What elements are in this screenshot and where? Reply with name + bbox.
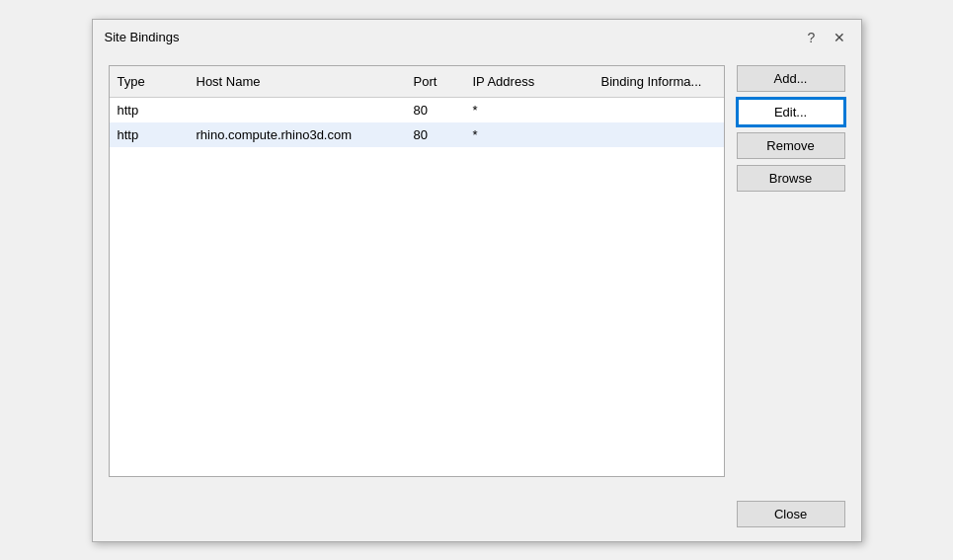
table-row[interactable]: http 80 * — [110, 98, 724, 122]
col-header-port: Port — [406, 70, 465, 93]
remove-button[interactable]: Remove — [737, 132, 845, 159]
table-row[interactable]: http rhino.compute.rhino3d.com 80 * — [110, 122, 724, 147]
dialog-content: Type Host Name Port IP Address Binding I… — [93, 53, 861, 493]
table-body: http 80 * http rhino.compute.rhino3d.com… — [110, 98, 724, 476]
close-button[interactable]: Close — [737, 501, 845, 527]
cell-ipaddress-2: * — [465, 124, 594, 145]
col-header-type: Type — [110, 70, 189, 93]
cell-type-2: http — [110, 124, 189, 145]
action-buttons: Add... Edit... Remove Browse — [737, 65, 845, 477]
cell-binding-2 — [594, 131, 724, 137]
col-header-hostname: Host Name — [189, 70, 406, 93]
add-button[interactable]: Add... — [737, 65, 845, 92]
dialog-title: Site Bindings — [105, 30, 180, 44]
col-header-ipaddress: IP Address — [465, 70, 594, 93]
cell-hostname-2: rhino.compute.rhino3d.com — [189, 124, 406, 145]
bindings-table: Type Host Name Port IP Address Binding I… — [109, 65, 725, 477]
cell-port-1: 80 — [406, 100, 465, 120]
dialog-footer: Close — [93, 493, 861, 541]
help-button[interactable]: ? — [802, 28, 822, 47]
cell-ipaddress-1: * — [465, 100, 594, 120]
button-spacer — [737, 198, 845, 477]
table-header: Type Host Name Port IP Address Binding I… — [110, 66, 724, 98]
col-header-binding: Binding Informa... — [594, 70, 724, 93]
title-bar-left: Site Bindings — [105, 30, 180, 44]
edit-button[interactable]: Edit... — [737, 98, 845, 126]
close-title-button[interactable]: ✕ — [830, 28, 849, 47]
cell-hostname-1 — [189, 107, 406, 113]
site-bindings-dialog: Site Bindings ? ✕ Type Host Name Port IP… — [92, 19, 862, 542]
title-bar-controls: ? ✕ — [802, 28, 849, 47]
cell-binding-1 — [594, 107, 724, 113]
cell-type-1: http — [110, 100, 189, 120]
title-bar: Site Bindings ? ✕ — [93, 20, 861, 53]
cell-port-2: 80 — [406, 124, 465, 145]
browse-button[interactable]: Browse — [737, 165, 845, 192]
